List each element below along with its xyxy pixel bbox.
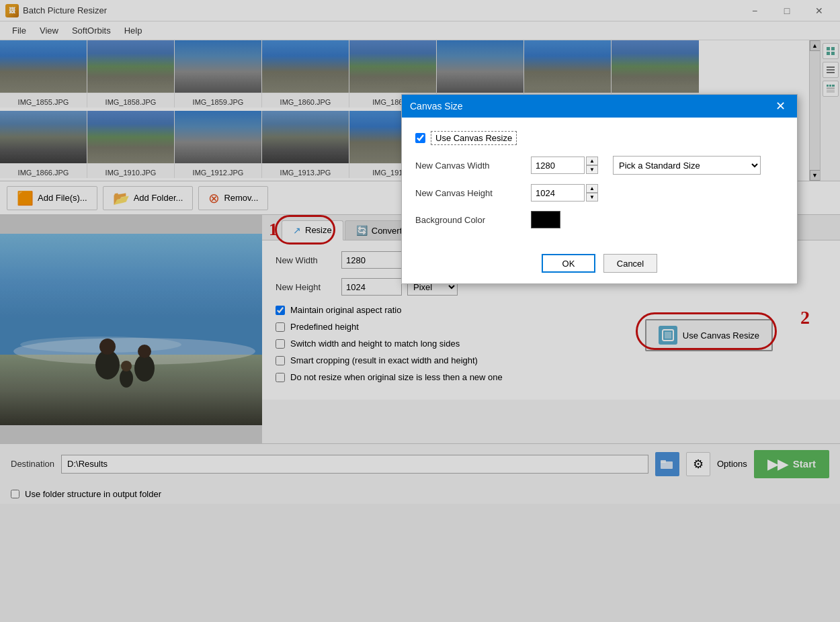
canvas-width-down[interactable]: ▼ [586,165,598,174]
dialog-titlebar: Canvas Size ✕ [402,95,797,118]
dialog-ok-button[interactable]: OK [542,254,595,273]
canvas-width-up[interactable]: ▲ [586,157,598,165]
canvas-standard-size-select[interactable]: Pick a Standard Size 640×480 800×600 102… [613,156,761,175]
canvas-height-input[interactable] [531,184,585,202]
canvas-size-dialog: Canvas Size ✕ Use Canvas Resize New Canv… [401,94,798,284]
canvas-width-label: New Canvas Width [415,161,523,171]
canvas-width-input[interactable] [531,157,585,174]
use-canvas-label: Use Canvas Resize [431,131,517,145]
canvas-width-input-wrap: ▲ ▼ [531,157,598,174]
modal-overlay: Canvas Size ✕ Use Canvas Resize New Canv… [0,0,840,622]
bg-color-row: Background Color [415,211,784,228]
canvas-width-row: New Canvas Width ▲ ▼ Pick a Standard Siz… [415,156,784,175]
canvas-height-spinners: ▲ ▼ [586,184,598,202]
use-canvas-checkbox-row: Use Canvas Resize [415,131,784,145]
canvas-height-input-wrap: ▲ ▼ [531,184,598,202]
dialog-title: Canvas Size [410,101,463,112]
dialog-cancel-button[interactable]: Cancel [603,254,657,273]
dialog-footer: OK Cancel [402,249,797,283]
use-canvas-checkbox[interactable] [415,133,425,143]
canvas-height-up[interactable]: ▲ [586,184,598,193]
dialog-body: Use Canvas Resize New Canvas Width ▲ ▼ P… [402,118,797,249]
bg-color-label: Background Color [415,215,523,225]
canvas-height-label: New Canvas Height [415,188,523,198]
canvas-height-row: New Canvas Height ▲ ▼ [415,184,784,202]
dialog-close-button[interactable]: ✕ [771,97,789,115]
bg-color-swatch[interactable] [531,211,560,228]
canvas-height-down[interactable]: ▼ [586,193,598,202]
canvas-width-spinners: ▲ ▼ [586,157,598,174]
